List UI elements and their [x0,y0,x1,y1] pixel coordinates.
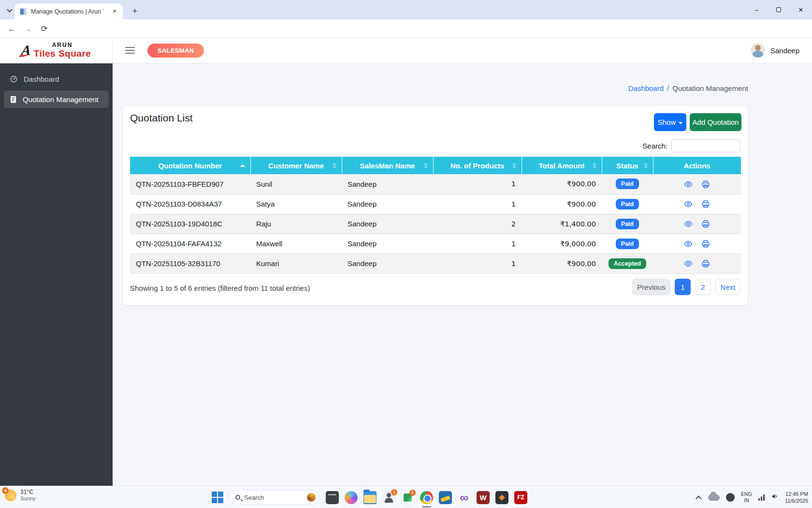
volume-icon[interactable] [771,493,779,502]
caret-down-icon [679,122,682,124]
salesman-name-cell: Sandeep [342,194,433,214]
forward-button[interactable]: → [22,23,34,35]
language-indicator[interactable]: ENG IN [741,491,752,504]
quotation-number-cell: QTN-20251103-FBFED907 [130,174,250,194]
customer-name-cell: Kumari [250,254,342,273]
weather-temp: 31°C [20,489,35,495]
table-header-row: Quotation Number Customer Name SalesMan … [130,157,741,174]
column-header-salesman-name[interactable]: SalesMan Name [342,157,433,174]
dark-app-icon[interactable] [495,491,508,504]
window-close-button[interactable]: ✕ [790,0,812,19]
people-app-icon[interactable]: 1 [382,491,395,504]
salesman-name-cell: Sandeep [342,214,433,234]
weather-badge: 4 [2,487,9,494]
reload-button[interactable]: ⟳ [38,23,50,35]
file-explorer-icon[interactable] [363,491,377,504]
taskbar-search[interactable]: Search [229,490,320,505]
browser-toolbar: ← → ⟳ anilalthi.txsdemos.com/ManageQuota… [0,19,812,38]
user-name: Sandeep [770,46,799,55]
quotation-number-cell: QTN-20251103-D0834A37 [130,194,250,214]
view-icon[interactable] [684,259,693,268]
tray-app-icon[interactable] [726,493,735,502]
network-icon[interactable] [758,494,765,501]
copilot-icon[interactable] [345,491,358,504]
quotation-table: Quotation Number Customer Name SalesMan … [130,157,741,274]
database-tool-icon[interactable] [439,491,452,504]
salesman-name-cell: Sandeep [342,254,433,273]
print-icon[interactable] [701,180,710,189]
pagination-page-2-button[interactable]: 2 [695,279,711,295]
brand-logo[interactable]: A ARUN Tiles Square [0,38,113,63]
hidden-icons-chevron[interactable] [696,495,702,502]
terminal-icon[interactable] [326,491,339,504]
sort-icon [512,163,516,168]
print-icon[interactable] [701,239,710,248]
sort-asc-icon [240,164,245,167]
windows-taskbar: 4 31°C Sunny Search 1 1 ∞ W FZ ENG IN [0,486,812,508]
window-minimize-button[interactable]: – [745,0,768,19]
print-icon[interactable] [701,220,710,228]
hamburger-menu-icon[interactable] [125,47,135,54]
quotation-number-cell: QTN-20251105-32B31170 [130,254,250,273]
browser-tab[interactable]: Manage Quotations | Arun Tiles ✕ [14,3,123,19]
show-dropdown-button[interactable]: Show [654,113,686,131]
window-maximize-button[interactable] [768,0,790,19]
status-badge: Paid [616,239,639,249]
w-app-icon[interactable]: W [477,491,490,504]
taskbar-search-label: Search [244,494,264,501]
logo-text-top: ARUN [34,42,91,48]
search-input[interactable] [671,139,740,152]
chevron-down-icon [7,7,12,12]
sort-icon [593,163,596,168]
pagination-next-button[interactable]: Next [715,279,740,295]
sun-icon: 4 [5,490,16,501]
status-badge: Paid [616,199,639,209]
breadcrumb-dashboard-link[interactable]: Dashboard [628,84,664,92]
onedrive-icon[interactable] [708,494,720,501]
sidebar: A ARUN Tiles Square Dashboard Quotation … [0,38,113,486]
search-label: Search: [642,142,667,150]
table-summary: Showing 1 to 5 of 6 entries (filtered fr… [130,284,310,292]
weather-widget[interactable]: 4 31°C Sunny [5,489,35,502]
back-button[interactable]: ← [6,23,18,35]
column-header-no-of-products[interactable]: No. of Products [433,157,522,174]
add-quotation-button[interactable]: Add Quotation [690,113,741,131]
status-badge: Paid [616,219,639,229]
filezilla-icon[interactable]: FZ [514,491,527,504]
products-count-cell: 1 [433,194,522,214]
sort-icon [644,163,648,168]
start-button[interactable] [212,492,223,503]
chrome-icon[interactable] [420,491,433,504]
print-icon[interactable] [701,259,710,268]
view-icon[interactable] [684,239,693,248]
active-app-indicator [422,506,431,508]
view-icon[interactable] [684,200,693,209]
sidebar-item-quotation-management[interactable]: Quotation Management [4,90,109,108]
sidebar-item-label: Quotation Management [23,95,99,104]
column-header-customer-name[interactable]: Customer Name [250,157,342,174]
column-header-status[interactable]: Status [602,157,653,174]
view-icon[interactable] [684,180,693,189]
quotation-number-cell: QTN-20251103-19D4018C [130,214,250,234]
taskbar-apps: Search 1 1 ∞ W FZ [212,486,527,508]
customer-name-cell: Raju [250,214,342,234]
pagination-previous-button[interactable]: Previous [632,279,670,295]
pagination-page-1-button[interactable]: 1 [675,279,691,295]
table-row: QTN-20251105-32B31170 Kumari Sandeep 1 ₹… [130,254,741,273]
print-icon[interactable] [701,200,710,209]
column-header-actions[interactable]: Actions [653,157,741,174]
browser-tab-strip: Manage Quotations | Arun Tiles ✕ + – ✕ [0,0,812,19]
clock[interactable]: 12:45 PM 11/6/2025 [785,491,808,505]
column-header-total-amount[interactable]: Total Amount [522,157,602,174]
tab-close-icon[interactable]: ✕ [110,7,119,16]
column-header-quotation-number[interactable]: Quotation Number [130,157,250,174]
document-app-icon[interactable]: 1 [401,491,414,504]
view-icon[interactable] [684,220,693,228]
visual-studio-icon[interactable]: ∞ [458,491,471,504]
tab-search-button[interactable] [4,4,15,16]
sidebar-item-dashboard[interactable]: Dashboard [4,70,109,88]
breadcrumb-current: Quotation Management [672,84,748,92]
window-controls: – ✕ [745,0,812,19]
user-menu[interactable]: Sandeep [751,43,799,58]
new-tab-button[interactable]: + [129,5,141,17]
